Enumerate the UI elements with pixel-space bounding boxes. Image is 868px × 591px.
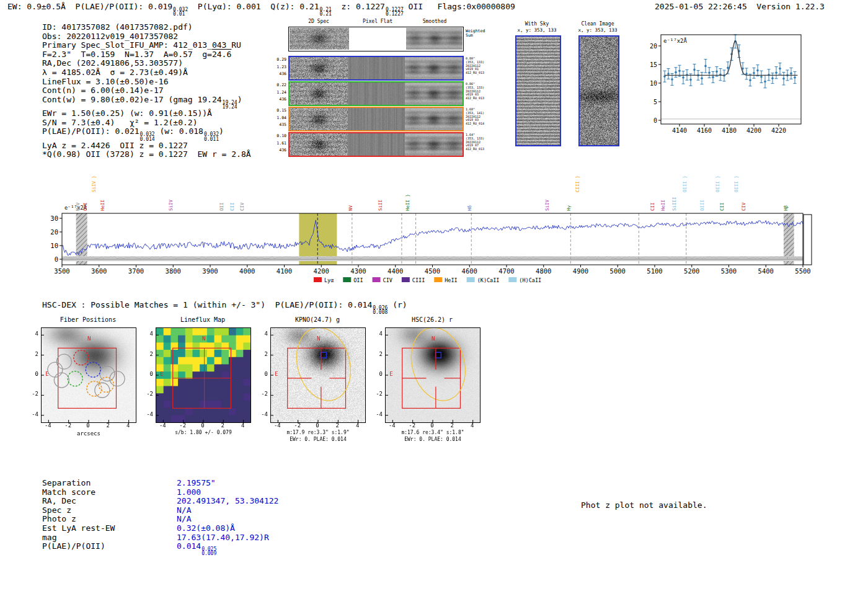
x-tick-label: 4200	[314, 267, 329, 275]
x-tick-label: 4200	[746, 127, 761, 134]
spec2d-row-right-labels: 1.64" (353, 133) 20220112 v019_07 412_RU…	[466, 133, 484, 151]
cutout-overlay: NE	[386, 328, 480, 422]
legend-swatch	[343, 277, 351, 282]
emission-line-label: CIV	[239, 202, 245, 211]
spec2d-row	[288, 56, 464, 81]
x-tick-label: 3800	[166, 267, 181, 275]
cutout-y-tick-label: 0	[26, 371, 38, 377]
info-line: λ = 4185.02Å σ = 2.73(±0.49)Å	[42, 68, 251, 78]
cutout-x-tick-label: 0	[82, 422, 94, 429]
data-point	[682, 76, 684, 79]
cutout-x-tick-label: 0	[311, 422, 324, 429]
emission-line-label: Hγ	[566, 205, 572, 211]
lower-uncertainty: 19.24	[223, 105, 237, 109]
cutout-plot: NE	[41, 327, 136, 423]
x-tick-label: 4000	[239, 267, 255, 275]
match-table-label: Est LyA rest-EW	[42, 524, 177, 533]
cutout-overlay: NE	[42, 328, 136, 422]
lower-uncertainty: 0.011	[204, 137, 219, 141]
data-point	[708, 71, 711, 74]
legend-label: CIV	[383, 277, 392, 283]
cutout-caption: m:17.6 re:3.4" s:1.8"	[379, 430, 487, 435]
data-point	[689, 79, 692, 81]
match-table-label: P(LAE)/P(OII)	[42, 542, 177, 551]
legend-label: HeII	[445, 277, 457, 283]
emission-line-label: CII	[719, 202, 725, 211]
text-segment: λ = 4185.02Å σ = 2.73(±0.49)Å	[42, 68, 188, 77]
spec2d-row-2d	[290, 133, 348, 156]
timestamp: 2025-01-05 22:26:45 Version 1.22.3	[655, 2, 825, 12]
info-line: Primary Spec_Slot_IFU_AMP: 412_013_043_R…	[42, 41, 251, 50]
cutout-plot: NE	[156, 327, 251, 423]
data-point	[760, 76, 763, 78]
x-tick-label: 5100	[647, 267, 662, 275]
compass-east-label: E	[389, 371, 392, 377]
y-tick-label: 10	[650, 80, 657, 87]
spec2d-row-smoothed	[405, 108, 463, 130]
emission-line-label: CIV	[741, 202, 746, 211]
photz-note: Phot z plot not available.	[581, 501, 707, 510]
emission-line-label: OII	[219, 202, 224, 211]
emission-line-label: OVI	[82, 202, 88, 211]
x-tick-label: 5400	[758, 267, 774, 275]
match-table-value: 0.014	[177, 541, 201, 551]
cutout-y-tick-label: 0	[255, 371, 268, 377]
data-point	[712, 76, 714, 79]
text-segment: Cont(n) = 6.00(±0.14)e-17	[42, 86, 164, 95]
cutout-x-tick-label: -2	[291, 422, 304, 429]
spec2d-row-left-values: 0.15 1.04 435	[270, 107, 286, 129]
text-segment: 24.6	[212, 50, 231, 59]
match-table: Separation2.19575"Match score1.000RA, De…	[42, 479, 278, 556]
fiber-circle	[99, 377, 113, 392]
text-segment: *Q(0.98) OII (3728) z = 0.1227 EW r = 2.…	[42, 149, 251, 159]
match-table-row: Est LyA rest-EW0.32(±0.08)Å	[42, 524, 278, 533]
data-point	[779, 68, 781, 70]
value-uncertainty: 0.12270.1227	[385, 7, 404, 16]
cutout-x-tick-label: 2	[331, 422, 343, 429]
emission-line-label: SiIV	[544, 199, 550, 211]
x-tick-label: 3500	[54, 267, 69, 275]
data-point	[771, 77, 774, 79]
compass-north-label: N	[432, 335, 435, 342]
spec2d-row-left-values: 0.29 1.23 436	[270, 56, 286, 78]
match-table-value: N/A	[177, 505, 191, 515]
spec2d-column-title: 2D Spec	[291, 19, 347, 24]
with-sky-image	[515, 35, 561, 146]
info-line: F=2.3" T=0.159 N=1.37 A=0.57 g=24.6	[42, 50, 251, 60]
sky-panel-title: Clean Image	[564, 21, 632, 27]
data-point	[671, 78, 673, 81]
text-segment: Obs: 20220112v019_4017357082	[42, 32, 178, 41]
text-segment: RA,Dec (202.491806,53.303577)	[42, 58, 183, 68]
lower-uncertainty: 0.21	[320, 12, 332, 16]
x-tick-label: 4800	[536, 267, 551, 275]
spec2d-row-left-values: 0.22 1.24 436	[270, 82, 286, 104]
cutout-y-tick-label: -2	[370, 391, 383, 397]
x-tick-label: 4220	[771, 127, 786, 134]
value-uncertainty: 0.0250.009	[201, 547, 216, 556]
legend-label: OII	[353, 277, 363, 283]
cutout-title: Fiber Positions	[35, 316, 141, 323]
cutout-y-tick-label: -2	[26, 391, 38, 397]
cutout-y-tick-label: -4	[141, 411, 153, 417]
edge-continuation-box	[804, 215, 812, 265]
summary-header-line: EW: 0.9±0.5Å P(LAE)/P(OII): 0.0190.0320.…	[7, 2, 515, 16]
match-table-label: Spec z	[42, 506, 177, 515]
x-tick-label: 5300	[721, 267, 737, 275]
cutout-y-tick-label: -2	[141, 391, 153, 397]
lower-uncertainty: 0.01	[173, 12, 188, 16]
fiber-circle	[68, 371, 82, 386]
spec2d-sum-smoothed	[406, 28, 463, 50]
cutout-y-tick-label: 2	[26, 351, 38, 357]
legend-label: (K)CaII	[477, 277, 500, 283]
fiber-circle	[95, 383, 110, 398]
x-tick-label: 3600	[91, 267, 107, 275]
y-tick-label: 30	[50, 215, 58, 222]
cutout-y-tick-label: 0	[141, 371, 153, 377]
legend-label: CIII	[412, 277, 425, 283]
match-table-value: 202.491347, 53.304122	[177, 496, 278, 505]
x-tick-label: 4900	[573, 267, 588, 275]
x-tick-label: 4300	[350, 267, 366, 275]
info-line: S/N = 7.3(±0.4) χ² = 1.2(±0.2)	[42, 118, 251, 128]
info-line: EWr = 1.50(±0.25) (w: 0.91(±0.15))Å	[42, 109, 251, 118]
cutout-overlay: NE	[156, 328, 250, 422]
